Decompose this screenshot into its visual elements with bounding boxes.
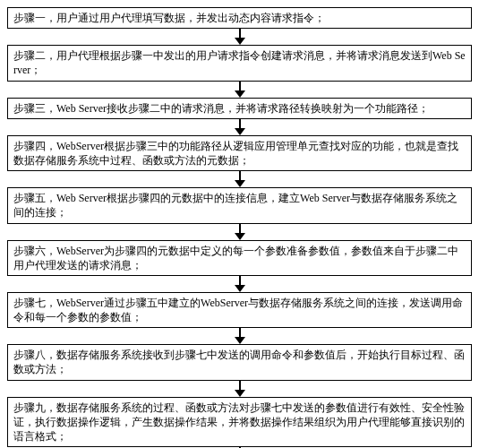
step-9: 步骤九，数据存储服务系统的过程、函数或方法对步骤七中发送的参数值进行有效性、安全… [7, 397, 472, 448]
step-2: 步骤二，用户代理根据步骤一中发出的用户请求指令创建请求消息，并将请求消息发送到W… [7, 45, 472, 81]
step-1: 步骤一，用户通过用户代理填写数据，并发出动态内容请求指令； [7, 7, 472, 29]
step-4: 步骤四，WebServer根据步骤三中的功能路径从逻辑应用管理单元查找对应的功能… [7, 135, 472, 171]
arrow [7, 224, 472, 240]
step-3: 步骤三，Web Server接收步骤二中的请求消息，并将请求路径转换映射为一个功… [7, 98, 472, 119]
arrow [7, 171, 472, 187]
step-6: 步骤六，WebServer为步骤四的元数据中定义的每一个参数准备参数值，参数值来… [7, 240, 472, 276]
arrow [7, 328, 472, 344]
arrow [7, 82, 472, 98]
arrow [7, 29, 472, 45]
arrow [7, 119, 472, 135]
step-7: 步骤七，WebServer通过步骤五中建立的WebServer与数据存储服务系统… [7, 292, 472, 328]
step-8: 步骤八，数据存储服务系统接收到步骤七中发送的调用命令和参数值后，开始执行目标过程… [7, 344, 472, 380]
flowchart: 步骤一，用户通过用户代理填写数据，并发出动态内容请求指令； 步骤二，用户代理根据… [7, 7, 472, 448]
arrow [7, 276, 472, 292]
step-5: 步骤五，Web Server根据步骤四的元数据中的连接信息，建立Web Serv… [7, 187, 472, 223]
arrow [7, 381, 472, 397]
